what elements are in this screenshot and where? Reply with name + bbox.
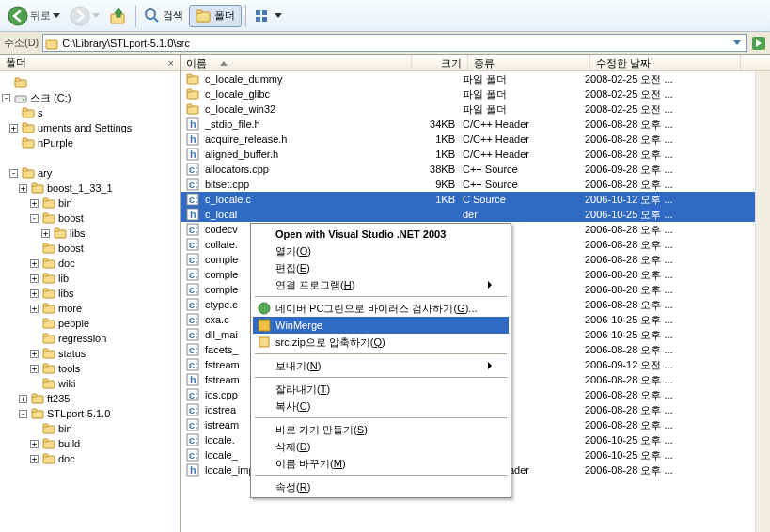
expand-toggle[interactable]: + [9,124,18,133]
tree-header: 폴더 × [0,55,180,71]
tree-item[interactable]: bin [2,421,178,436]
tree-item[interactable]: +doc [2,256,178,271]
menu-item[interactable]: 바로 가기 만들기(S) [253,421,509,438]
expand-toggle[interactable]: + [30,440,39,448]
file-row[interactable]: hacquire_release.h1KBC/C++ Header2006-08… [181,132,770,147]
svg-text:h: h [190,133,196,145]
menu-item[interactable]: 삭제(D) [253,438,509,455]
expand-toggle[interactable]: + [30,199,39,208]
address-input[interactable]: C:\Library\STLport-5.1.0\src [42,34,747,52]
tree-item[interactable]: +tools [2,361,178,376]
tree-item[interactable]: +ft235 [2,391,178,406]
tree-item[interactable]: +bin [2,196,178,211]
tree-item[interactable]: +lib [2,271,178,286]
tree-item[interactable]: boost [2,241,178,256]
tree-item[interactable]: +uments and Settings [2,120,178,135]
col-type[interactable]: 종류 [468,55,590,70]
expand-toggle[interactable]: + [30,305,39,313]
tree-item[interactable]: +doc [2,451,178,466]
dropdown-icon [275,13,282,18]
shield-icon [257,302,272,315]
tree-item[interactable]: people [2,316,178,331]
expand-toggle[interactable]: + [30,365,39,373]
menu-item[interactable]: 편집(E) [253,259,509,276]
tree-item[interactable]: wiki [2,376,178,391]
expand-toggle[interactable]: - [30,214,39,223]
tree-item[interactable] [2,150,178,165]
menu-item[interactable]: 연결 프로그램(H) [253,276,509,293]
tree-item[interactable]: -스크 (C:) [2,90,178,105]
tree-item[interactable]: regression [2,331,178,346]
tree-item-label: tools [58,363,80,374]
menu-item[interactable]: 네이버 PC그린으로 바이러스 검사하기(G)... [253,300,509,317]
address-dropdown[interactable] [730,40,745,45]
views-button[interactable] [250,7,286,25]
go-button[interactable] [751,36,766,51]
expand-toggle[interactable]: + [19,395,27,403]
tree-item[interactable]: -STLport-5.1.0 [2,406,178,421]
tree-item[interactable]: -boost [2,211,178,226]
svg-text:c:: c: [189,299,198,310]
expand-toggle[interactable]: + [19,184,27,193]
tree-item[interactable]: nPurple [2,135,178,150]
up-button[interactable] [105,5,132,27]
search-button[interactable]: 검색 [140,6,187,26]
menu-item[interactable]: 열기(O) [253,243,509,259]
tree-item[interactable]: +libs [2,226,178,241]
file-date: 2006-10-25 오후 ... [585,208,735,222]
expand-toggle[interactable]: + [30,289,39,298]
expand-toggle[interactable]: - [19,410,27,418]
expand-toggle[interactable]: + [30,350,39,358]
file-row[interactable]: haligned_buffer.h1KBC/C++ Header2006-08-… [181,147,770,162]
file-row[interactable]: c:bitset.cpp9KBC++ Source2006-08-28 오후 .… [181,177,770,192]
menu-item[interactable]: 속성(R) [253,478,509,495]
expand-toggle[interactable]: + [30,274,39,283]
vertical-scrollbar[interactable] [755,71,770,532]
submenu-arrow [488,281,492,289]
expand-toggle[interactable]: + [41,229,50,238]
menu-item[interactable]: 이름 바꾸기(M) [253,455,509,472]
file-row[interactable]: c:c_locale.c1KBC Source2006-10-12 오후 ... [181,192,770,207]
folders-button[interactable]: 폴더 [189,5,242,27]
menu-item[interactable]: 복사(C) [253,398,509,415]
col-name[interactable]: 이름 [181,55,412,70]
expand-toggle[interactable]: - [2,94,10,102]
menu-item[interactable]: Open with Visual Studio .NET 2003 [253,226,509,243]
tree-item[interactable]: +build [2,436,178,451]
menu-item[interactable]: 보내기(N) [253,357,509,374]
expand-toggle[interactable]: - [9,169,18,178]
back-button[interactable]: 뒤로 [4,4,64,28]
tree-item[interactable]: s [2,105,178,120]
col-date[interactable]: 수정한 날짜 [590,55,741,70]
tree-item[interactable] [2,75,178,90]
folders-icon [196,8,212,23]
file-row[interactable]: c:allocators.cpp38KBC++ Source2006-09-28… [181,162,770,177]
expand-toggle[interactable]: + [30,259,39,268]
menu-item[interactable]: 잘라내기(T) [253,381,509,398]
file-name: comple [203,254,240,265]
file-name: ios.cpp [203,389,240,400]
file-date: 2006-08-28 오후 ... [585,117,735,132]
svg-rect-50 [43,364,48,367]
svg-rect-11 [46,40,57,49]
menu-item-label: 네이버 PC그린으로 바이러스 검사하기(G)... [275,302,478,316]
menu-item-label: 보내기(N) [275,359,321,373]
folder-tree[interactable]: -스크 (C:)s+uments and SettingsnPurple-ary… [0,71,180,470]
menu-item[interactable]: src.zip으로 압축하기(Q) [253,334,509,351]
menu-item[interactable]: WinMerge [253,317,509,334]
tree-item[interactable]: +more [2,301,178,316]
col-size[interactable]: 크기 [412,55,468,70]
file-name: c_locale.c [203,194,253,205]
file-row[interactable]: hc_localder2006-10-25 오후 ... [181,207,770,222]
tree-item[interactable]: +libs [2,286,178,301]
tree-item[interactable]: +status [2,346,178,361]
file-row[interactable]: c_locale_win32파일 폴더2008-02-25 오전 ... [181,102,770,117]
file-row[interactable]: c_locale_dummy파일 폴더2008-02-25 오전 ... [181,71,770,86]
close-tree-button[interactable]: × [168,57,174,69]
file-row[interactable]: h_stdio_file.h34KBC/C++ Header2006-08-28… [181,117,770,132]
file-row[interactable]: c_locale_glibc파일 폴더2008-02-25 오전 ... [181,86,770,102]
svg-rect-26 [32,183,37,186]
tree-item[interactable]: -ary [2,165,178,180]
expand-toggle[interactable]: + [30,455,39,463]
tree-item[interactable]: +boost_1_33_1 [2,180,178,196]
